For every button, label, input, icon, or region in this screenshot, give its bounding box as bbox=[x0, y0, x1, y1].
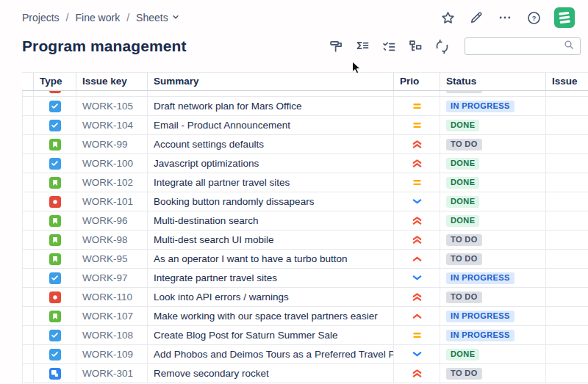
checklist-icon[interactable] bbox=[381, 38, 397, 54]
table-row[interactable]: WORK-103Book now button is disabled / un… bbox=[22, 91, 588, 97]
chevron-down-icon bbox=[171, 12, 181, 24]
extra-cell bbox=[545, 97, 588, 115]
breadcrumb-fine-work[interactable]: Fine work bbox=[75, 12, 120, 23]
priority-highest-icon bbox=[412, 139, 423, 150]
refresh-icon[interactable] bbox=[434, 38, 450, 54]
row-gutter bbox=[22, 192, 33, 211]
breadcrumb-separator: / bbox=[66, 12, 69, 23]
issue-key-cell: WORK-104 bbox=[76, 116, 147, 134]
priority-highest-icon bbox=[412, 291, 423, 303]
status-badge: TO DO bbox=[446, 253, 482, 265]
summary-cell: Add Phobos and Deimos Tours as a Preferr… bbox=[147, 345, 393, 363]
summary-cell: Account settings defaults bbox=[147, 135, 393, 153]
edit-icon[interactable] bbox=[468, 10, 484, 26]
priority-cell bbox=[393, 116, 440, 134]
summary-cell: Create Blog Post for Saturn Summer Sale bbox=[147, 326, 393, 344]
status-cell: IN PROGRESS bbox=[440, 97, 545, 115]
priority-highest-icon bbox=[412, 368, 423, 379]
status-cell: TO DO bbox=[440, 250, 545, 268]
priority-cell bbox=[393, 97, 440, 115]
status-badge: DONE bbox=[446, 177, 479, 189]
summary-cell: Email - Product Announcement bbox=[147, 116, 393, 134]
task-icon bbox=[49, 330, 61, 341]
priority-cell bbox=[393, 173, 440, 192]
table-header: Type Issue key Summary Prio Status Issue bbox=[22, 72, 588, 91]
help-icon[interactable]: ? bbox=[526, 10, 542, 26]
table-row[interactable]: WORK-102Integrate all partner travel sit… bbox=[22, 173, 588, 192]
extra-cell bbox=[545, 250, 588, 268]
priority-high-icon bbox=[412, 311, 423, 322]
table-row[interactable]: WORK-109Add Phobos and Deimos Tours as a… bbox=[22, 345, 588, 364]
table-row[interactable]: WORK-99Account settings defaultsTO DO bbox=[22, 135, 588, 154]
star-icon[interactable] bbox=[440, 10, 456, 26]
breadcrumb-sheets[interactable]: Sheets bbox=[136, 12, 181, 24]
extra-cell bbox=[545, 192, 588, 211]
column-header-summary[interactable]: Summary bbox=[147, 73, 393, 90]
priority-cell bbox=[393, 231, 440, 249]
breadcrumb-separator: / bbox=[126, 12, 129, 23]
extra-cell bbox=[545, 345, 588, 363]
summary-cell: Book now button is disabled / unavailabl… bbox=[147, 91, 393, 96]
search-box bbox=[465, 37, 581, 55]
status-cell: IN PROGRESS bbox=[440, 269, 545, 287]
status-badge: TO DO bbox=[446, 291, 482, 303]
type-cell bbox=[33, 211, 76, 230]
row-gutter bbox=[22, 345, 33, 363]
status-cell: TO DO bbox=[440, 91, 545, 96]
table-row[interactable]: WORK-95As an operator I want to have a t… bbox=[22, 250, 588, 269]
table-row[interactable]: WORK-105Draft network plan for Mars Offi… bbox=[22, 97, 588, 116]
search-input[interactable] bbox=[470, 41, 563, 52]
extra-cell bbox=[545, 116, 588, 134]
issue-key-cell: WORK-98 bbox=[76, 231, 147, 249]
issue-key-cell: WORK-99 bbox=[76, 135, 147, 153]
priority-highest-icon bbox=[412, 158, 423, 169]
table-row[interactable]: WORK-110Look into API errors / warningsT… bbox=[22, 288, 588, 307]
summary-cell: Integrate all partner travel sites bbox=[147, 173, 393, 192]
priority-high-icon bbox=[412, 253, 423, 264]
table-row[interactable]: WORK-101Booking button randomly dissapea… bbox=[22, 192, 588, 211]
column-header-issue[interactable]: Issue bbox=[545, 73, 588, 90]
sheets-app: Projects / Fine work / Sheets ? bbox=[0, 0, 588, 384]
table-row[interactable]: WORK-107Make working with our space trav… bbox=[22, 307, 588, 326]
table-row[interactable]: WORK-104Email - Product AnnouncementDONE bbox=[22, 116, 588, 135]
row-gutter bbox=[22, 364, 33, 383]
summary-cell: Look into API errors / warnings bbox=[147, 288, 393, 306]
type-cell bbox=[33, 192, 76, 211]
priority-medium-icon bbox=[412, 91, 423, 93]
table-row[interactable]: WORK-97Integrate partner travel sitesIN … bbox=[22, 269, 588, 288]
priority-low-icon bbox=[412, 349, 423, 360]
breadcrumb-projects[interactable]: Projects bbox=[22, 12, 60, 23]
issue-key-cell: WORK-97 bbox=[76, 269, 147, 287]
row-gutter bbox=[22, 173, 33, 192]
priority-highest-icon bbox=[412, 234, 423, 245]
column-header-issue-key[interactable]: Issue key bbox=[76, 73, 147, 90]
table-row[interactable]: WORK-301Remove secondary rocketTO DO bbox=[22, 364, 588, 383]
table-row[interactable]: WORK-108Create Blog Post for Saturn Summ… bbox=[22, 326, 588, 345]
column-header-status[interactable]: Status bbox=[440, 73, 545, 90]
priority-cell bbox=[393, 269, 440, 287]
hierarchy-icon[interactable] bbox=[407, 38, 423, 54]
top-bar: Projects / Fine work / Sheets ? bbox=[22, 6, 575, 29]
app-logo[interactable] bbox=[554, 7, 575, 28]
priority-cell bbox=[393, 326, 440, 344]
extra-cell bbox=[545, 154, 588, 173]
type-cell bbox=[33, 326, 76, 344]
table-row[interactable]: WORK-100Javascript optimizationsDONE bbox=[22, 154, 588, 173]
column-header-prio[interactable]: Prio bbox=[393, 73, 440, 90]
status-cell: DONE bbox=[440, 345, 545, 363]
status-cell: TO DO bbox=[440, 231, 545, 249]
bug-icon bbox=[49, 91, 61, 93]
row-gutter bbox=[22, 135, 33, 153]
table-row[interactable]: WORK-96Multi-destination searchDONE bbox=[22, 211, 588, 231]
issue-key-cell: WORK-95 bbox=[76, 250, 147, 268]
issue-key-cell: WORK-102 bbox=[76, 173, 147, 192]
column-header-type[interactable]: Type bbox=[33, 73, 76, 90]
issue-key-cell: WORK-100 bbox=[76, 154, 147, 173]
extra-cell bbox=[545, 231, 588, 249]
sum-list-icon[interactable] bbox=[354, 38, 370, 54]
paint-roller-icon[interactable] bbox=[328, 38, 344, 54]
status-badge: IN PROGRESS bbox=[446, 311, 514, 322]
more-icon[interactable] bbox=[497, 10, 513, 26]
story-icon bbox=[49, 139, 61, 151]
table-row[interactable]: WORK-98Multi-dest search UI mobileTO DO bbox=[22, 231, 588, 250]
